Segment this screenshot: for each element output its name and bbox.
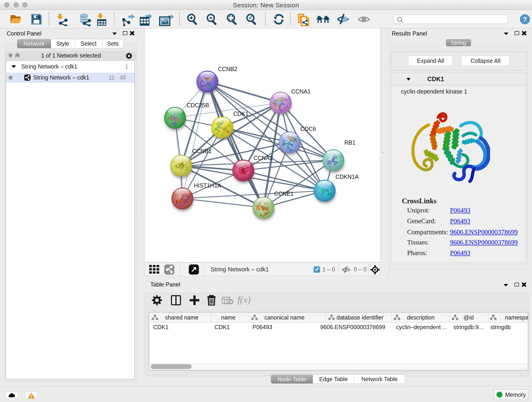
- svg-text:CCNB2: CCNB2: [218, 66, 237, 72]
- svg-text:CCNB1: CCNB1: [192, 148, 212, 154]
- svg-text:RB1: RB1: [344, 139, 355, 146]
- svg-text:CCNA1: CCNA1: [291, 88, 311, 95]
- svg-text:CDC6: CDC6: [300, 126, 316, 132]
- svg-text:CDC25B: CDC25B: [186, 102, 209, 108]
- svg-text:CCNE1: CCNE1: [274, 191, 294, 197]
- svg-text:CDK1: CDK1: [233, 110, 249, 117]
- svg-text:HIST1H1A: HIST1H1A: [194, 182, 221, 189]
- svg-text:CDKN1A: CDKN1A: [336, 173, 359, 180]
- svg-text:CCNA2: CCNA2: [253, 155, 273, 161]
